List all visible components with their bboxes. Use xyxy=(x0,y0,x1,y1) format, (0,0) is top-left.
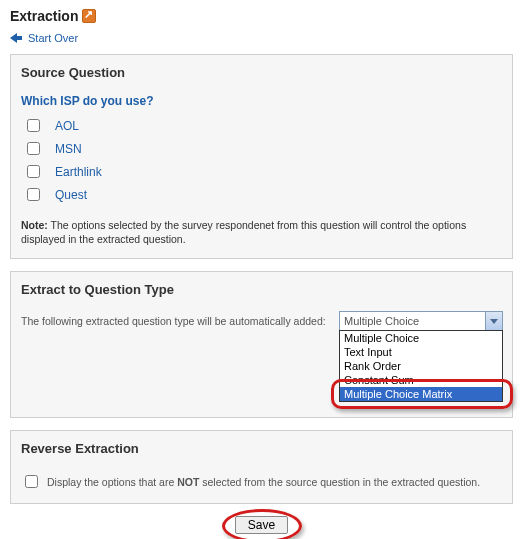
source-option-checkbox-1[interactable] xyxy=(27,142,40,155)
source-option-label: AOL xyxy=(55,119,79,133)
reverse-extraction-panel: Reverse Extraction Display the options t… xyxy=(10,430,513,504)
select-option[interactable]: Constant Sum xyxy=(340,373,502,387)
select-option[interactable]: Text Input xyxy=(340,345,502,359)
select-option[interactable]: Rank Order xyxy=(340,359,502,373)
select-dropdown-list: Multiple Choice Text Input Rank Order Co… xyxy=(339,330,503,402)
source-option-row: AOL xyxy=(21,114,502,137)
reverse-panel-title: Reverse Extraction xyxy=(21,441,502,456)
reverse-text: Display the options that are NOT selecte… xyxy=(47,476,480,488)
source-option-checkbox-2[interactable] xyxy=(27,165,40,178)
select-current-value: Multiple Choice xyxy=(344,315,419,327)
source-note: Note: The options selected by the survey… xyxy=(21,218,502,246)
reverse-option-row: Display the options that are NOT selecte… xyxy=(21,472,502,491)
source-panel-title: Source Question xyxy=(21,65,502,80)
back-arrow-icon xyxy=(10,32,24,44)
reverse-text-after: selected from the source question in the… xyxy=(199,476,480,488)
select-display[interactable]: Multiple Choice xyxy=(339,311,503,331)
question-type-select[interactable]: Multiple Choice Multiple Choice Text Inp… xyxy=(339,311,503,402)
extract-type-panel: Extract to Question Type The following e… xyxy=(10,271,513,418)
note-text: The options selected by the survey respo… xyxy=(21,219,466,245)
reverse-text-bold: NOT xyxy=(177,476,199,488)
reverse-extraction-checkbox[interactable] xyxy=(25,475,38,488)
page-title: Extraction xyxy=(10,8,513,24)
source-option-row: Quest xyxy=(21,183,502,206)
source-option-row: MSN xyxy=(21,137,502,160)
source-option-checkbox-0[interactable] xyxy=(27,119,40,132)
save-button[interactable]: Save xyxy=(235,516,288,534)
source-option-label: MSN xyxy=(55,142,82,156)
extract-label: The following extracted question type wi… xyxy=(21,315,326,327)
extract-line: The following extracted question type wi… xyxy=(21,311,502,405)
source-option-label: Quest xyxy=(55,188,87,202)
start-over-link[interactable]: Start Over xyxy=(10,32,513,44)
select-option-highlighted[interactable]: Multiple Choice Matrix xyxy=(340,387,502,401)
start-over-label: Start Over xyxy=(28,32,78,44)
reverse-text-before: Display the options that are xyxy=(47,476,177,488)
source-question-text: Which ISP do you use? xyxy=(21,94,502,108)
extraction-icon xyxy=(82,9,96,23)
select-option[interactable]: Multiple Choice xyxy=(340,331,502,345)
source-option-label: Earthlink xyxy=(55,165,102,179)
extract-panel-title: Extract to Question Type xyxy=(21,282,502,297)
source-option-checkbox-3[interactable] xyxy=(27,188,40,201)
page-title-text: Extraction xyxy=(10,8,78,24)
footer: Save xyxy=(10,516,513,534)
source-question-panel: Source Question Which ISP do you use? AO… xyxy=(10,54,513,259)
note-label: Note: xyxy=(21,219,48,231)
source-option-row: Earthlink xyxy=(21,160,502,183)
chevron-down-icon xyxy=(485,312,502,330)
